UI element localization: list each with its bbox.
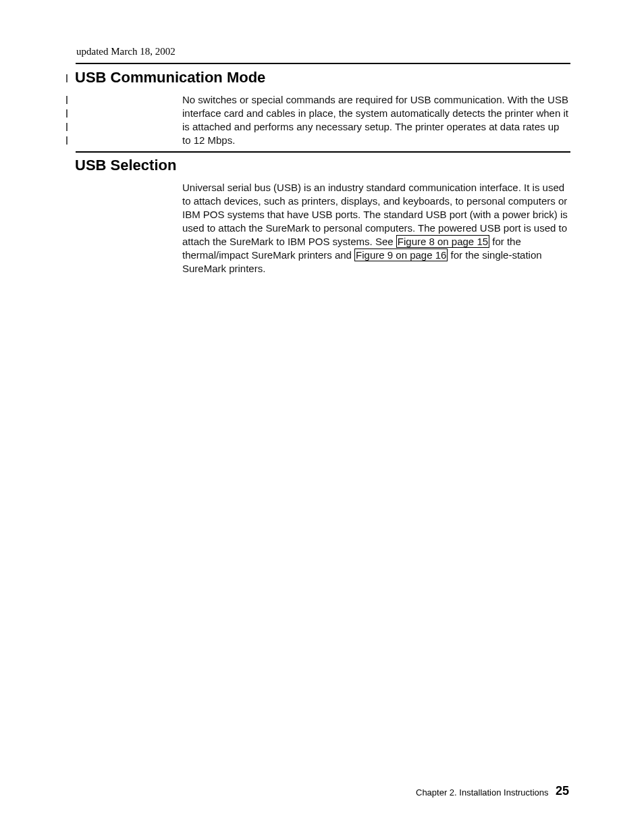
footer-page-number: 25 bbox=[556, 784, 569, 798]
paragraph-usb-selection: Universal serial bus (USB) is an industr… bbox=[182, 181, 570, 276]
revision-bar bbox=[66, 109, 68, 118]
revision-bar bbox=[66, 96, 68, 104]
xref-figure-8[interactable]: Figure 8 on page 15 bbox=[396, 235, 489, 248]
paragraph-usb-communication-mode: No switches or special commands are requ… bbox=[182, 93, 570, 147]
footer-chapter: Chapter 2. Installation Instructions bbox=[416, 787, 549, 798]
xref-figure-9[interactable]: Figure 9 on page 16 bbox=[354, 249, 448, 261]
section-rule-2 bbox=[76, 151, 570, 153]
heading-usb-selection: USB Selection bbox=[75, 157, 176, 174]
page: updated March 18, 2002 USB Communication… bbox=[0, 0, 644, 834]
revision-bar bbox=[66, 74, 68, 82]
heading-usb-communication-mode: USB Communication Mode bbox=[75, 69, 265, 86]
revision-bar bbox=[66, 123, 68, 131]
section-rule-1 bbox=[76, 63, 570, 64]
revision-bar bbox=[66, 136, 68, 145]
updated-date: updated March 18, 2002 bbox=[76, 46, 176, 57]
